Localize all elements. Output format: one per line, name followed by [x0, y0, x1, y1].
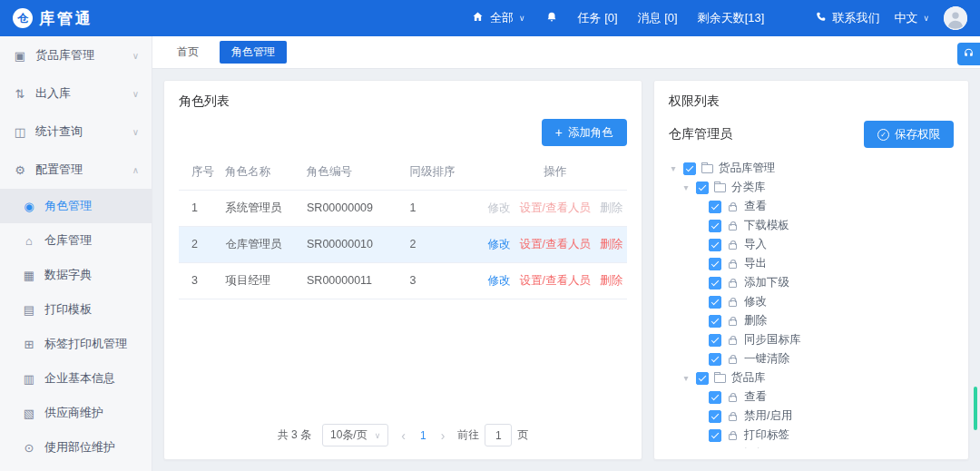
permission-icon: [729, 300, 737, 307]
permission-checkbox[interactable]: [696, 182, 709, 194]
sidebar-label: 打印模板: [44, 301, 92, 318]
current-page-number[interactable]: 1: [418, 429, 428, 442]
tree-node[interactable]: 删除: [669, 311, 954, 330]
op-assign-link[interactable]: 设置/查看人员: [520, 201, 591, 214]
prev-page-button[interactable]: ‹: [399, 428, 407, 443]
page-size-select[interactable]: 10条/页 ∨: [322, 424, 388, 446]
permission-checkbox[interactable]: [709, 410, 721, 423]
sidebar-item-company[interactable]: ▥企业基本信息: [0, 361, 152, 396]
tree-node[interactable]: ▾货品库: [669, 368, 954, 388]
goto-page-input[interactable]: [485, 424, 512, 446]
op-delete-link[interactable]: 删除: [600, 238, 622, 250]
messages-link[interactable]: 消息 [0]: [638, 10, 678, 26]
tab-home[interactable]: 首页: [165, 41, 211, 64]
tree-node[interactable]: 一键清除: [669, 349, 954, 368]
op-modify-link[interactable]: 修改: [488, 201, 511, 214]
label-printer-icon: ⊞: [22, 338, 36, 351]
sidebar-group-stats[interactable]: ◫统计查询∨: [0, 113, 152, 151]
sidebar-item-dict[interactable]: ▦数据字典: [0, 258, 152, 292]
tree-node-label: 同步国标库: [744, 332, 801, 348]
tree-node[interactable]: ▾分类库: [669, 178, 954, 197]
permission-checkbox[interactable]: [709, 239, 721, 251]
caret-down-icon[interactable]: ▾: [681, 373, 691, 383]
op-assign-link[interactable]: 设置/查看人员: [520, 238, 591, 250]
floating-helper-button[interactable]: [957, 43, 980, 65]
cell-code: SR00000009: [301, 190, 404, 226]
sidebar-group-config[interactable]: ⚙配置管理∧: [0, 151, 152, 189]
tree-node[interactable]: 下载模板: [669, 216, 954, 235]
op-modify-link[interactable]: 修改: [488, 274, 511, 287]
tree-node-label: 添加: [744, 446, 767, 448]
tab-role-management[interactable]: 角色管理: [220, 41, 287, 64]
tasks-link[interactable]: 任务 [0]: [578, 10, 618, 26]
sidebar-item-printer[interactable]: ⊞标签打印机管理: [0, 327, 152, 361]
table-row[interactable]: 3项目经理SR000000113修改设置/查看人员删除: [179, 262, 627, 299]
sidebar-item-role[interactable]: ◉角色管理: [0, 189, 152, 223]
caret-down-icon[interactable]: ▾: [669, 163, 678, 173]
permission-checkbox[interactable]: [709, 296, 721, 309]
permission-checkbox[interactable]: [709, 201, 721, 213]
permission-checkbox[interactable]: [709, 391, 721, 404]
permission-checkbox[interactable]: [709, 258, 721, 270]
tree-node[interactable]: ▾货品库管理: [669, 159, 954, 178]
permission-checkbox[interactable]: [709, 353, 721, 366]
gear-icon: ⚙: [13, 163, 27, 177]
chevron-down-icon: ∨: [519, 14, 525, 23]
sidebar-label: 标签打印机管理: [44, 336, 127, 352]
sidebar-item-warehouse[interactable]: ⌂仓库管理: [0, 223, 152, 258]
permission-checkbox[interactable]: [709, 334, 721, 347]
permission-checkbox[interactable]: [696, 372, 709, 385]
tree-node[interactable]: 添加下级: [669, 273, 954, 292]
tree-node-label: 禁用/启用: [744, 408, 792, 424]
scope-selector[interactable]: 全部 ∨: [471, 10, 525, 26]
permission-checkbox[interactable]: [683, 162, 696, 175]
permissions-panel-title: 权限列表: [669, 92, 954, 113]
notification-bell[interactable]: [545, 11, 558, 26]
tree-node[interactable]: 导出: [669, 254, 954, 273]
save-permissions-button[interactable]: ✓ 保存权限: [864, 121, 954, 148]
contact-label: 联系我们: [832, 10, 879, 26]
permission-checkbox[interactable]: [709, 448, 721, 449]
permission-checkbox[interactable]: [709, 315, 721, 328]
user-avatar[interactable]: [944, 6, 967, 30]
selected-role-name: 仓库管理员: [669, 126, 732, 142]
sidebar-item-supplier[interactable]: ▧供应商维护: [0, 396, 152, 430]
next-page-button[interactable]: ›: [439, 428, 447, 443]
roles-panel-title: 角色列表: [179, 92, 627, 113]
chevron-down-icon: ∨: [923, 14, 929, 23]
tree-node[interactable]: 导入: [669, 235, 954, 254]
tree-node[interactable]: 添加: [669, 445, 954, 448]
cell-seq: 3: [179, 262, 220, 299]
pagination: 共 3 条 10条/页 ∨ ‹ 1 › 前往 页: [179, 415, 627, 452]
roles-panel: 角色列表 + 添加角色 序号 角色名称 角色编号 同级排序 操作: [163, 80, 642, 460]
sidebar-item-template[interactable]: ▤打印模板: [0, 292, 152, 327]
table-row[interactable]: 1系统管理员SR000000091修改设置/查看人员删除: [179, 190, 627, 226]
scope-label: 全部: [490, 10, 514, 26]
op-modify-link[interactable]: 修改: [488, 238, 511, 250]
sidebar-item-usage[interactable]: ⊙使用部位维护: [0, 430, 152, 465]
tree-node-label: 修改: [744, 294, 767, 309]
contact-us-link[interactable]: 联系我们: [815, 10, 879, 26]
tree-node[interactable]: 查看: [669, 197, 954, 216]
op-assign-link[interactable]: 设置/查看人员: [520, 274, 591, 287]
bell-icon: [545, 11, 558, 26]
add-role-label: 添加角色: [568, 125, 613, 141]
tree-node[interactable]: 查看: [669, 388, 954, 407]
page-scrollbar-thumb[interactable]: [974, 387, 977, 430]
add-role-button[interactable]: + 添加角色: [542, 119, 627, 146]
table-row[interactable]: 2仓库管理员SR000000102修改设置/查看人员删除: [179, 226, 627, 262]
permission-checkbox[interactable]: [709, 429, 721, 442]
tree-node[interactable]: 修改: [669, 292, 954, 311]
permission-checkbox[interactable]: [709, 277, 721, 289]
op-delete-link[interactable]: 删除: [600, 201, 622, 214]
tree-node[interactable]: 禁用/启用: [669, 407, 954, 426]
language-selector[interactable]: 中文 ∨: [894, 10, 929, 26]
sidebar-group-goods[interactable]: ▣货品库管理∨: [0, 36, 152, 74]
caret-down-icon[interactable]: ▾: [681, 182, 691, 192]
permission-checkbox[interactable]: [709, 220, 721, 232]
sidebar-group-inout[interactable]: ⇅出入库∨: [0, 74, 152, 113]
tree-node[interactable]: 同步国标库: [669, 330, 954, 349]
tree-node-label: 查看: [744, 199, 767, 214]
tree-node[interactable]: 打印标签: [669, 426, 954, 445]
op-delete-link[interactable]: 删除: [600, 274, 622, 287]
